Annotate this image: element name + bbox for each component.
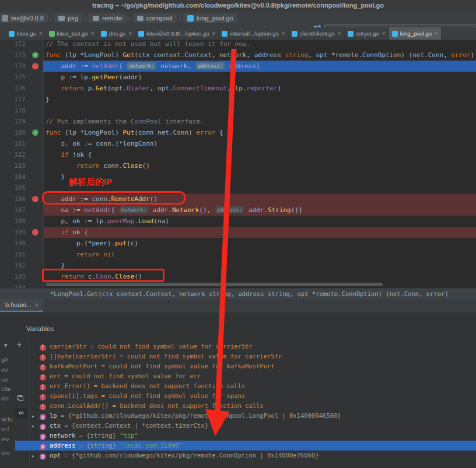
file-tab[interactable]: client/client.go× — [289, 27, 345, 40]
breadcrumb-item[interactable]: tex@v0.0.8 — [0, 13, 48, 23]
close-icon[interactable]: × — [338, 30, 341, 37]
breakpoint-icon[interactable] — [32, 229, 38, 235]
line-number: 175 — [0, 72, 26, 83]
signature-hint-bar: *LongPool.Get(ctx context.Context, netwo… — [0, 288, 476, 299]
tool-window-stub[interactable]: nV — [1, 367, 8, 373]
watch-error-row[interactable]: !kafkaHostPort = could not find symbol v… — [15, 361, 476, 371]
code-token: String — [268, 206, 291, 214]
inlay-hint: network: — [120, 206, 148, 213]
variable-value: {context.Context | *context.timerCtx} — [72, 422, 208, 429]
line-number: 191 — [0, 249, 26, 260]
navigation-bar: tex@v0.0.8›pkg›remote›connpool›long_pool… — [0, 11, 476, 28]
variable-value: backend does not support function calls — [102, 382, 246, 389]
code-token: conn. — [100, 162, 123, 170]
code-token: (opt. — [107, 85, 127, 92]
variable-string-value: "local.com:31990" — [120, 442, 182, 449]
breadcrumb-item[interactable]: pkg — [54, 13, 82, 23]
tab-label: dns.go — [109, 30, 126, 37]
file-tab[interactable]: dns.go× — [98, 27, 135, 40]
code-token: p.(*peer). — [46, 240, 115, 247]
variable-name: spans[i].tags — [50, 392, 97, 399]
parameter-icon: p — [40, 424, 46, 430]
tab-label: retryer.go — [356, 30, 379, 37]
variable-row[interactable]: paddress = {string} "local.com:31990" — [15, 441, 476, 451]
code-token: p. — [84, 85, 96, 92]
implements-icon[interactable]: ↑ — [32, 129, 38, 136]
code-text: if !ok { — [46, 149, 92, 160]
watch-error-row[interactable]: ![]byte(carrierStr) = could not find sym… — [15, 351, 476, 361]
breadcrumb-item[interactable]: connpool — [133, 13, 177, 23]
implements-icon[interactable]: ↑ — [32, 52, 38, 58]
file-tab[interactable]: kitex.go× — [6, 27, 46, 40]
close-icon[interactable]: × — [435, 30, 438, 37]
code-text: } — [46, 171, 65, 182]
editor-line: 180↑func (lp *LongPool) Put(conn net.Con… — [0, 127, 476, 138]
collapse-chevron-icon[interactable]: ▾ — [4, 342, 8, 349]
watch-error-row[interactable]: !carrierStr = could not find symbol valu… — [15, 342, 476, 351]
editor-line: 188 p, ok := lp.peerMap.Load(na) — [0, 216, 476, 227]
close-icon[interactable]: × — [128, 30, 132, 37]
tool-window-stub[interactable]: unc — [1, 449, 10, 456]
line-number: 182 — [0, 149, 26, 160]
variables-list: !carrierStr = could not find symbol valu… — [15, 342, 476, 460]
variable-name: err — [50, 372, 61, 379]
tool-window-stub[interactable]: Clie — [1, 386, 10, 392]
watch-error-row[interactable]: !err.Error() = backend does not support … — [15, 381, 476, 391]
breakpoint-icon[interactable] — [32, 63, 38, 69]
breadcrumb-item[interactable]: remote — [89, 13, 126, 23]
file-tab[interactable]: kitex@v0.0.8/.../option.go× — [135, 27, 219, 40]
code-token: addr := — [46, 62, 92, 70]
code-token: Dialer — [127, 85, 150, 92]
watch-error-row[interactable]: !spans[i].tags = could not find symbol v… — [15, 391, 476, 401]
file-tab[interactable]: long_pool.go× — [389, 27, 442, 40]
title-bar: tracing – ~/go/pkg/mod/github.com/cloudw… — [0, 0, 476, 12]
code-token: put — [115, 240, 127, 247]
breadcrumb-item[interactable]: long_pool.go — [183, 13, 237, 23]
expand-chevron-icon[interactable]: ▸ — [32, 421, 40, 431]
breakpoint-icon[interactable] — [32, 196, 38, 202]
error-icon: ! — [40, 364, 46, 371]
tool-window-stub[interactable]: gP — [1, 357, 8, 363]
close-icon[interactable]: × — [382, 30, 386, 37]
expand-chevron-icon[interactable]: ▸ — [32, 411, 40, 421]
console-tab[interactable]: b.huaxi... × — [0, 299, 43, 312]
parameter-icon: p — [40, 414, 46, 420]
error-icon: ! — [40, 404, 46, 410]
code-text: na := netAddr{ network: addr.Network(), … — [46, 205, 303, 216]
variable-value: could not find symbol value for kafkaHos… — [108, 363, 274, 370]
editor-line: 178 — [0, 105, 476, 116]
code-token: na := — [46, 206, 84, 214]
code-token: Put — [123, 129, 134, 136]
variable-row[interactable]: ▸pctx = {context.Context | *context.time… — [15, 421, 476, 431]
close-icon[interactable]: × — [39, 30, 43, 37]
code-token: (lp *LongPool) — [61, 51, 123, 59]
inlay-hint: network: — [127, 62, 156, 69]
code-token: ) — [277, 85, 281, 92]
file-tab[interactable]: kitex_test.go× — [46, 27, 98, 40]
close-icon[interactable]: × — [282, 30, 285, 37]
code-token: ConnectTimeout — [173, 85, 228, 92]
file-tab[interactable]: retryer.go× — [345, 27, 389, 40]
variable-value: {string} — [86, 432, 120, 439]
tool-window-stub[interactable]: del — [1, 395, 9, 402]
variable-row[interactable]: ▸plp = {*github.com/cloudwego/kitex/pkg/… — [15, 411, 476, 421]
variable-row[interactable]: pnetwork = {string} "tcp" — [15, 431, 476, 441]
file-tab[interactable]: internal/.../option.go× — [219, 27, 288, 40]
variable-row[interactable]: ▸popt = {*github.com/cloudwego/kitex/pkg… — [15, 451, 476, 460]
line-number: 174 — [0, 61, 26, 72]
close-icon[interactable]: × — [35, 302, 38, 308]
tool-window-stub[interactable]: nV — [1, 376, 8, 383]
tool-window-stub[interactable]: er.f — [1, 426, 9, 432]
code-token: } — [46, 173, 65, 181]
tool-window-stub[interactable]: W.fu — [1, 416, 12, 423]
code-token: return — [46, 251, 100, 258]
tool-window-stub[interactable]: erv — [1, 436, 9, 442]
watch-error-row[interactable]: !conn.LocalAddr() = backend does not sup… — [15, 401, 476, 411]
watch-error-row[interactable]: !err = could not find symbol value for e… — [15, 371, 476, 381]
code-token: network, — [156, 62, 195, 70]
line-number: 179 — [0, 116, 26, 127]
close-icon[interactable]: × — [91, 30, 94, 37]
expand-chevron-icon[interactable]: ▸ — [32, 451, 40, 460]
horizontal-scrollbar[interactable] — [46, 283, 383, 286]
close-icon[interactable]: × — [212, 30, 216, 37]
